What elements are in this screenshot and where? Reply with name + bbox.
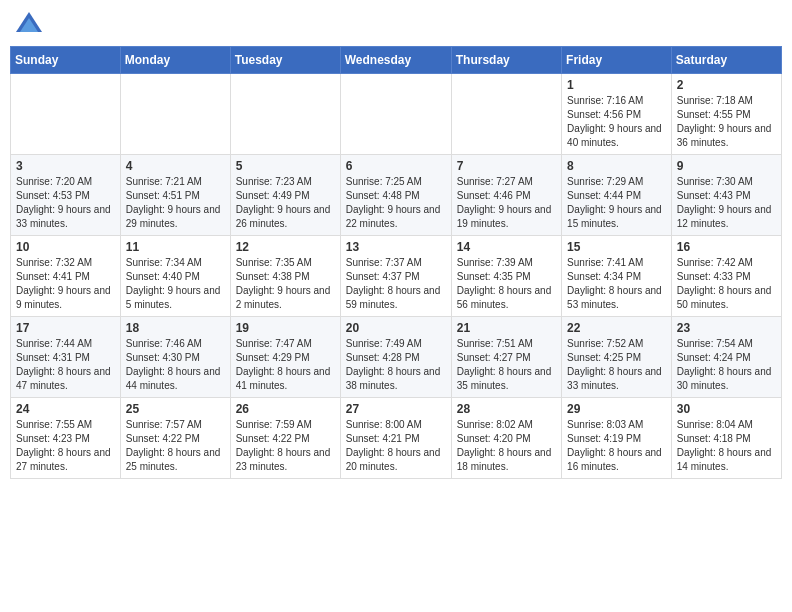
day-info: Sunrise: 7:39 AM Sunset: 4:35 PM Dayligh… [457,256,556,312]
calendar-cell: 13Sunrise: 7:37 AM Sunset: 4:37 PM Dayli… [340,236,451,317]
day-info: Sunrise: 8:00 AM Sunset: 4:21 PM Dayligh… [346,418,446,474]
day-number: 29 [567,402,666,416]
calendar-cell: 29Sunrise: 8:03 AM Sunset: 4:19 PM Dayli… [562,398,672,479]
day-number: 11 [126,240,225,254]
day-info: Sunrise: 7:25 AM Sunset: 4:48 PM Dayligh… [346,175,446,231]
calendar-cell: 19Sunrise: 7:47 AM Sunset: 4:29 PM Dayli… [230,317,340,398]
weekday-header-row: SundayMondayTuesdayWednesdayThursdayFrid… [11,47,782,74]
calendar-week-row: 17Sunrise: 7:44 AM Sunset: 4:31 PM Dayli… [11,317,782,398]
day-number: 21 [457,321,556,335]
weekday-header: Saturday [671,47,781,74]
calendar-cell: 8Sunrise: 7:29 AM Sunset: 4:44 PM Daylig… [562,155,672,236]
day-number: 4 [126,159,225,173]
calendar-cell [230,74,340,155]
calendar-cell: 26Sunrise: 7:59 AM Sunset: 4:22 PM Dayli… [230,398,340,479]
day-info: Sunrise: 7:41 AM Sunset: 4:34 PM Dayligh… [567,256,666,312]
calendar-week-row: 1Sunrise: 7:16 AM Sunset: 4:56 PM Daylig… [11,74,782,155]
day-number: 2 [677,78,776,92]
calendar-cell: 4Sunrise: 7:21 AM Sunset: 4:51 PM Daylig… [120,155,230,236]
calendar-cell: 27Sunrise: 8:00 AM Sunset: 4:21 PM Dayli… [340,398,451,479]
day-number: 19 [236,321,335,335]
calendar-cell: 23Sunrise: 7:54 AM Sunset: 4:24 PM Dayli… [671,317,781,398]
page-header [10,10,782,40]
calendar-cell: 5Sunrise: 7:23 AM Sunset: 4:49 PM Daylig… [230,155,340,236]
weekday-header: Friday [562,47,672,74]
day-number: 10 [16,240,115,254]
day-number: 18 [126,321,225,335]
calendar-cell: 10Sunrise: 7:32 AM Sunset: 4:41 PM Dayli… [11,236,121,317]
calendar-cell: 2Sunrise: 7:18 AM Sunset: 4:55 PM Daylig… [671,74,781,155]
day-info: Sunrise: 7:29 AM Sunset: 4:44 PM Dayligh… [567,175,666,231]
calendar-cell: 11Sunrise: 7:34 AM Sunset: 4:40 PM Dayli… [120,236,230,317]
day-info: Sunrise: 7:49 AM Sunset: 4:28 PM Dayligh… [346,337,446,393]
calendar-cell: 18Sunrise: 7:46 AM Sunset: 4:30 PM Dayli… [120,317,230,398]
day-info: Sunrise: 7:52 AM Sunset: 4:25 PM Dayligh… [567,337,666,393]
weekday-header: Monday [120,47,230,74]
day-info: Sunrise: 7:54 AM Sunset: 4:24 PM Dayligh… [677,337,776,393]
day-info: Sunrise: 7:51 AM Sunset: 4:27 PM Dayligh… [457,337,556,393]
calendar-cell: 1Sunrise: 7:16 AM Sunset: 4:56 PM Daylig… [562,74,672,155]
day-number: 8 [567,159,666,173]
day-info: Sunrise: 7:32 AM Sunset: 4:41 PM Dayligh… [16,256,115,312]
day-number: 1 [567,78,666,92]
day-number: 27 [346,402,446,416]
calendar-cell: 14Sunrise: 7:39 AM Sunset: 4:35 PM Dayli… [451,236,561,317]
weekday-header: Tuesday [230,47,340,74]
day-number: 15 [567,240,666,254]
day-info: Sunrise: 7:16 AM Sunset: 4:56 PM Dayligh… [567,94,666,150]
day-number: 3 [16,159,115,173]
day-info: Sunrise: 8:02 AM Sunset: 4:20 PM Dayligh… [457,418,556,474]
day-number: 30 [677,402,776,416]
day-number: 28 [457,402,556,416]
calendar-cell: 24Sunrise: 7:55 AM Sunset: 4:23 PM Dayli… [11,398,121,479]
day-number: 24 [16,402,115,416]
calendar-cell: 6Sunrise: 7:25 AM Sunset: 4:48 PM Daylig… [340,155,451,236]
day-number: 17 [16,321,115,335]
day-info: Sunrise: 7:55 AM Sunset: 4:23 PM Dayligh… [16,418,115,474]
weekday-header: Wednesday [340,47,451,74]
day-number: 9 [677,159,776,173]
calendar-cell [120,74,230,155]
calendar-cell: 22Sunrise: 7:52 AM Sunset: 4:25 PM Dayli… [562,317,672,398]
calendar-cell: 20Sunrise: 7:49 AM Sunset: 4:28 PM Dayli… [340,317,451,398]
day-info: Sunrise: 7:46 AM Sunset: 4:30 PM Dayligh… [126,337,225,393]
weekday-header: Thursday [451,47,561,74]
day-info: Sunrise: 7:21 AM Sunset: 4:51 PM Dayligh… [126,175,225,231]
calendar-cell: 9Sunrise: 7:30 AM Sunset: 4:43 PM Daylig… [671,155,781,236]
day-info: Sunrise: 7:34 AM Sunset: 4:40 PM Dayligh… [126,256,225,312]
day-number: 23 [677,321,776,335]
calendar-cell [11,74,121,155]
weekday-header: Sunday [11,47,121,74]
calendar-cell: 25Sunrise: 7:57 AM Sunset: 4:22 PM Dayli… [120,398,230,479]
day-number: 12 [236,240,335,254]
calendar-cell [451,74,561,155]
day-info: Sunrise: 7:18 AM Sunset: 4:55 PM Dayligh… [677,94,776,150]
calendar: SundayMondayTuesdayWednesdayThursdayFrid… [10,46,782,479]
calendar-cell: 21Sunrise: 7:51 AM Sunset: 4:27 PM Dayli… [451,317,561,398]
day-number: 13 [346,240,446,254]
calendar-week-row: 10Sunrise: 7:32 AM Sunset: 4:41 PM Dayli… [11,236,782,317]
day-info: Sunrise: 7:35 AM Sunset: 4:38 PM Dayligh… [236,256,335,312]
day-number: 20 [346,321,446,335]
day-info: Sunrise: 7:37 AM Sunset: 4:37 PM Dayligh… [346,256,446,312]
calendar-cell: 17Sunrise: 7:44 AM Sunset: 4:31 PM Dayli… [11,317,121,398]
day-number: 25 [126,402,225,416]
day-number: 5 [236,159,335,173]
calendar-cell: 16Sunrise: 7:42 AM Sunset: 4:33 PM Dayli… [671,236,781,317]
calendar-week-row: 3Sunrise: 7:20 AM Sunset: 4:53 PM Daylig… [11,155,782,236]
day-info: Sunrise: 7:44 AM Sunset: 4:31 PM Dayligh… [16,337,115,393]
day-info: Sunrise: 7:30 AM Sunset: 4:43 PM Dayligh… [677,175,776,231]
day-info: Sunrise: 8:03 AM Sunset: 4:19 PM Dayligh… [567,418,666,474]
day-number: 22 [567,321,666,335]
calendar-cell: 7Sunrise: 7:27 AM Sunset: 4:46 PM Daylig… [451,155,561,236]
day-number: 14 [457,240,556,254]
calendar-cell [340,74,451,155]
calendar-cell: 15Sunrise: 7:41 AM Sunset: 4:34 PM Dayli… [562,236,672,317]
calendar-cell: 30Sunrise: 8:04 AM Sunset: 4:18 PM Dayli… [671,398,781,479]
day-number: 16 [677,240,776,254]
calendar-cell: 28Sunrise: 8:02 AM Sunset: 4:20 PM Dayli… [451,398,561,479]
day-number: 7 [457,159,556,173]
calendar-week-row: 24Sunrise: 7:55 AM Sunset: 4:23 PM Dayli… [11,398,782,479]
calendar-cell: 12Sunrise: 7:35 AM Sunset: 4:38 PM Dayli… [230,236,340,317]
day-info: Sunrise: 7:59 AM Sunset: 4:22 PM Dayligh… [236,418,335,474]
